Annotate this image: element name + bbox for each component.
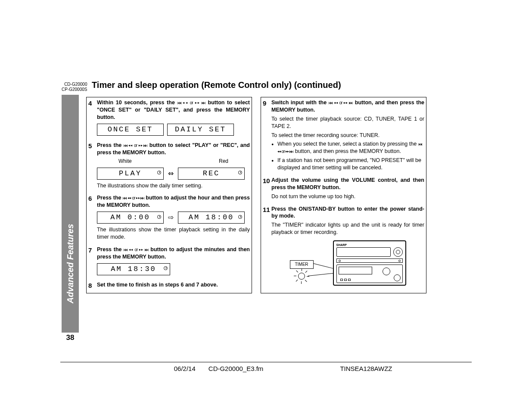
section-label: Advanced Features <box>65 224 75 304</box>
side-tab: Advanced Features <box>62 95 79 336</box>
timer-icon <box>163 265 168 272</box>
lcd-play: PLAY <box>97 168 164 180</box>
right-column: 9 Switch input with the ⏮ ◀◀ or ▶▶ ⏭ but… <box>261 97 426 293</box>
leader-line <box>308 273 336 276</box>
model-label: CD-G20000 CP-G20000S <box>62 82 87 92</box>
lcd-rec: REC <box>178 168 245 180</box>
timer-callout: TIMER <box>290 260 314 269</box>
text: PLAY <box>119 170 142 177</box>
label-white: White <box>118 158 132 165</box>
step-note: Do not turn the volume up too high. <box>271 193 424 200</box>
step-number: 4 <box>88 99 97 138</box>
text: Press the <box>97 246 124 252</box>
step-9: 9 Switch input with the ⏮ ◀◀ or ▶▶ ⏭ but… <box>261 97 426 175</box>
text: REC <box>203 170 220 177</box>
step-instruction: Press the ⏮ ◀◀ or ▶▶ ⏭ button to adjust … <box>97 246 250 261</box>
step-instruction: Press the ON/STAND-BY button to enter th… <box>271 206 424 220</box>
stereo-icon: SHARP <box>333 240 406 286</box>
step-instruction: Switch input with the ⏮ ◀◀ or ▶▶ ⏭ butto… <box>271 99 424 114</box>
step-number: 6 <box>88 194 97 243</box>
step-note: The illustrations show the daily timer s… <box>97 182 250 190</box>
step-number: 5 <box>88 142 97 191</box>
step-note: The illustrations show the timer playbac… <box>97 226 250 241</box>
text: button, and then press the MEMORY button… <box>293 148 401 154</box>
footer-date: 06/2/14 <box>60 365 208 372</box>
step-number: 7 <box>88 246 97 278</box>
step-instruction: Press the ⏮ ◀◀ or ▶▶ ⏭ button to adjust … <box>97 194 250 209</box>
timer-icon <box>157 169 162 177</box>
skip-icon: ⏮ ◀◀ or ▶▶ ⏭ <box>123 196 144 200</box>
step-6: 6 Press the ⏮ ◀◀ or ▶▶ ⏭ button to adjus… <box>87 193 252 244</box>
step-note: The "TIMER" indicator lights up and the … <box>271 221 424 236</box>
device-illustration: TIMER <box>290 240 406 288</box>
timer-icon <box>157 213 162 221</box>
timer-icon <box>238 169 243 177</box>
step-number: 11 <box>263 206 271 292</box>
step-4: 4 Within 10 seconds, press the ⏮ ◀◀ or ▶… <box>87 97 252 140</box>
right-steps-box: 9 Switch input with the ⏮ ◀◀ or ▶▶ ⏭ but… <box>261 97 426 293</box>
step-number: 8 <box>88 281 97 290</box>
brand-label: SHARP <box>336 243 347 247</box>
text: AM 0:00 <box>110 214 150 221</box>
text: Within 10 seconds, press the <box>97 100 177 106</box>
page-title: Timer and sleep operation (Remote Contro… <box>92 80 341 90</box>
text: Switch input with the <box>271 100 329 106</box>
text: AM 18:00 <box>189 214 234 221</box>
skip-icon: ⏮ ◀◀ or ▶▶ ⏭ <box>177 100 205 105</box>
lcd-row: ONCE SET DAILY SET <box>97 124 250 136</box>
model-line-2: CP-G20000S <box>62 87 87 92</box>
footer-code: TINSEA128AWZZ <box>340 365 472 372</box>
footer-file: CD-G20000_E3.fm <box>208 365 340 372</box>
label-red: Red <box>219 158 228 165</box>
step-11: 11 Press the ON/STAND-BY button to enter… <box>261 204 426 293</box>
arrow-icon: ⇨ <box>167 213 174 222</box>
lcd-row: AM 0:00 ⇨ AM 18:00 <box>97 212 250 224</box>
content-columns: 4 Within 10 seconds, press the ⏮ ◀◀ or ▶… <box>86 97 426 293</box>
lcd-am-000: AM 0:00 <box>97 212 164 224</box>
lcd-am-1830: AM 18:30 <box>97 263 170 275</box>
color-labels: White Red <box>97 158 250 165</box>
text: Press the <box>97 142 124 148</box>
step-number: 9 <box>263 99 271 173</box>
step-note: To select the timer recording source: TU… <box>271 132 424 139</box>
page-number: 38 <box>62 333 79 343</box>
step-8: 8 Set the time to finish as in steps 6 a… <box>87 280 252 292</box>
lcd-am-1800: AM 18:00 <box>178 212 245 224</box>
lcd-once-set: ONCE SET <box>97 124 164 136</box>
step-5: 5 Press the ⏮ ◀◀ or ▶▶ ⏭ button to selec… <box>87 140 252 193</box>
skip-icon: ⏮ ◀◀ or ▶▶ ⏭ <box>124 247 148 252</box>
step-7: 7 Press the ⏮ ◀◀ or ▶▶ ⏭ button to adjus… <box>87 244 252 280</box>
lcd-row: AM 18:30 <box>97 263 250 275</box>
step-number: 10 <box>263 177 271 202</box>
bullet-item: If a station has not been programmed, "N… <box>271 157 424 171</box>
timer-indicator-icon <box>294 269 309 283</box>
text: Press the <box>97 195 123 201</box>
step-instruction: Adjust the volume using the VOLUME contr… <box>271 177 424 191</box>
bullet-item: When you select the tuner, select a stat… <box>271 140 424 155</box>
footer: 06/2/14 CD-G20000_E3.fm TINSEA128AWZZ <box>60 362 472 372</box>
step-instruction: Press the ⏮ ◀◀ or ▶▶ ⏭ button to select … <box>97 142 250 156</box>
left-steps-box: 4 Within 10 seconds, press the ⏮ ◀◀ or ▶… <box>86 97 252 293</box>
skip-icon: ⏮ ◀◀ or ▶▶ ⏭ <box>124 143 148 148</box>
skip-icon: ⏮ ◀◀ or ▶▶ ⏭ <box>329 100 353 105</box>
leader-line <box>313 263 333 269</box>
lcd-row: PLAY ⇔ REC <box>97 168 250 180</box>
step-10: 10 Adjust the volume using the VOLUME co… <box>261 175 426 204</box>
step-note: To select the timer playback source: CD,… <box>271 115 424 130</box>
text: When you select the tuner, select a stat… <box>277 141 418 147</box>
bullet-list: When you select the tuner, select a stat… <box>271 140 424 171</box>
timer-icon <box>238 213 243 221</box>
step-instruction: Within 10 seconds, press the ⏮ ◀◀ or ▶▶ … <box>97 99 250 121</box>
lcd-daily-set: DAILY SET <box>167 124 234 136</box>
arrow-icon: ⇔ <box>167 169 174 178</box>
text: AM 18:30 <box>111 265 156 273</box>
step-instruction: Set the time to finish as in steps 6 and… <box>97 281 250 289</box>
model-line-1: CD-G20000 <box>62 82 87 87</box>
